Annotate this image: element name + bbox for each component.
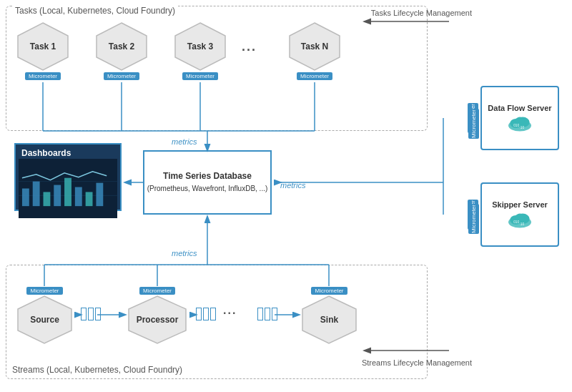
streams-label: Streams (Local, Kubernetes, Cloud Foundr… (12, 365, 182, 375)
taskn-container: Task N Micrometer (286, 21, 343, 80)
source-container: Micrometer Source (14, 286, 75, 345)
svg-rect-12 (75, 187, 82, 207)
svg-rect-9 (44, 192, 51, 206)
sink-container: Micrometer Sink (299, 286, 360, 345)
task1-hex: Task 1 (14, 21, 72, 72)
data-flow-server-icon: 010 10 (506, 113, 534, 133)
queue-cell (265, 308, 270, 320)
task3-micrometer: Micrometer (182, 72, 218, 80)
queue-cell (95, 308, 101, 320)
sink-label: Sink (320, 315, 338, 325)
metrics-label-3: metrics (172, 249, 197, 258)
tsdb-title: Time Series Database (Prometheus, Wavefr… (147, 170, 268, 195)
task2-micrometer: Micrometer (104, 72, 139, 80)
dataflow-micrometer-badge: Micrometer (468, 109, 479, 139)
task3-container: Task 3 Micrometer (172, 21, 229, 80)
processor-micrometer: Micrometer (139, 287, 175, 295)
data-flow-server-box: Micrometer Data Flow Server 010 10 (480, 86, 559, 150)
task2-container: Task 2 Micrometer (93, 21, 150, 80)
skipper-micrometer-badge: Micrometer (468, 204, 479, 234)
queue-cell (203, 308, 209, 320)
svg-text:10: 10 (521, 126, 525, 129)
skipper-server-icon: 010 10 (506, 210, 534, 230)
taskn-label: Task N (301, 41, 328, 52)
diagram-container: Tasks (Local, Kubernetes, Cloud Foundry)… (0, 0, 572, 392)
streams-dots: ... (223, 304, 237, 317)
source-micrometer: Micrometer (26, 287, 62, 295)
taskn-micrometer: Micrometer (297, 72, 332, 80)
tsdb-content: Time Series Database (Prometheus, Wavefr… (147, 170, 268, 195)
svg-rect-14 (96, 183, 103, 207)
tasks-dots: ... (242, 39, 257, 54)
svg-rect-13 (86, 192, 93, 206)
svg-text:010: 010 (513, 124, 519, 127)
tsdb-title-text: Time Series Database (163, 171, 252, 181)
task2-label: Task 2 (109, 41, 134, 52)
sink-hex: Sink (299, 295, 360, 345)
queue-cell (88, 308, 94, 320)
source-label: Source (30, 315, 59, 325)
queue-cell (257, 308, 263, 320)
dashboard-screen (19, 159, 117, 218)
tsdb-box: Time Series Database (Prometheus, Wavefr… (143, 150, 272, 215)
skipper-server-title: Skipper Server (492, 200, 548, 210)
svg-rect-8 (33, 182, 40, 207)
queue-cell (81, 308, 87, 320)
task3-hex: Task 3 (172, 21, 229, 72)
tasks-label: Tasks (Local, Kubernetes, Cloud Foundry) (12, 6, 178, 16)
tsdb-subtitle: (Prometheus, Wavefront, InfluxDB, ...) (147, 185, 268, 192)
tasks-lifecycle-label: Tasks Lifecycle Management (371, 9, 472, 17)
queue-cell (210, 308, 216, 320)
streams-lifecycle-label: Streams Lifecycle Management (362, 358, 472, 367)
task1-label: Task 1 (30, 41, 56, 52)
sink-micrometer: Micrometer (311, 287, 347, 295)
svg-rect-11 (64, 178, 72, 206)
svg-text:010: 010 (513, 220, 519, 224)
data-flow-server-title: Data Flow Server (488, 103, 551, 113)
svg-text:10: 10 (521, 222, 525, 226)
processor-label: Processor (137, 315, 179, 325)
processor-container: Micrometer Processor (125, 286, 189, 345)
queue-cell (196, 308, 202, 320)
svg-rect-10 (54, 185, 61, 207)
queue1 (81, 308, 101, 320)
queue3 (257, 308, 277, 320)
task2-hex: Task 2 (93, 21, 150, 72)
queue2 (196, 308, 216, 320)
dashboards-box: Dashboards (14, 143, 122, 211)
task1-micrometer: Micrometer (25, 72, 61, 80)
dashboards-label: Dashboards (21, 148, 71, 158)
task1-container: Task 1 Micrometer (14, 21, 72, 80)
metrics-label-1: metrics (172, 137, 197, 146)
queue-cell (272, 308, 277, 320)
skipper-server-box: Micrometer Skipper Server 010 10 (480, 182, 559, 247)
source-hex: Source (14, 295, 75, 345)
task3-label: Task 3 (187, 41, 213, 52)
metrics-label-2: metrics (280, 181, 305, 190)
taskn-hex: Task N (286, 21, 343, 72)
svg-rect-7 (22, 189, 29, 207)
processor-hex: Processor (125, 295, 189, 345)
